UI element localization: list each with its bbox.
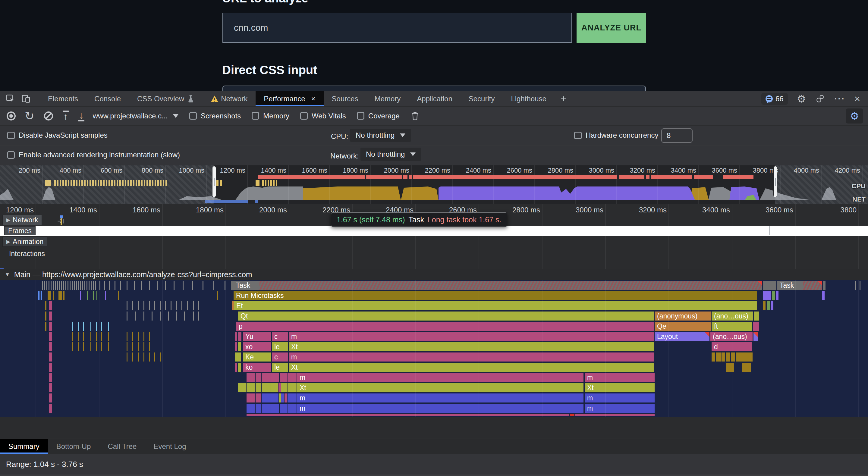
flame-segment[interactable] (278, 383, 281, 392)
bottom-tab-event-log[interactable]: Event Log (145, 439, 194, 454)
more-options-icon[interactable]: ··· (834, 94, 845, 104)
flame-segment-m[interactable]: m (289, 332, 654, 341)
flame-segment[interactable] (716, 352, 721, 361)
flame-segment[interactable] (261, 393, 271, 403)
flame-segment[interactable] (763, 281, 776, 290)
disable-js-samples-checkbox[interactable]: Disable JavaScript samples (7, 131, 107, 139)
bottom-tab-summary[interactable]: Summary (0, 439, 48, 454)
flame-segment-m[interactable]: m (289, 352, 654, 361)
flame-segment-xt[interactable]: Xt (297, 383, 584, 392)
flame-segment[interactable] (722, 352, 725, 361)
bottom-tab-call-tree[interactable]: Call Tree (99, 439, 145, 454)
flame-segment-c[interactable]: c (272, 332, 288, 341)
tab-elements[interactable]: Elements (40, 91, 86, 106)
flame-segment[interactable] (753, 322, 759, 331)
track-frames-row[interactable] (0, 226, 868, 236)
track-interactions[interactable]: Interactions (9, 250, 45, 258)
flame-segment[interactable] (238, 383, 246, 392)
flame-segment-p[interactable]: p (236, 322, 654, 331)
save-profile-icon[interactable]: ↓ (79, 110, 84, 121)
flame-segment-xo[interactable]: xo (243, 342, 271, 351)
flame-segment[interactable] (767, 301, 770, 310)
flame-segment-le[interactable]: le (272, 363, 288, 372)
flame-segment--ano-ous-[interactable]: (ano…ous) (710, 332, 752, 341)
flame-segment-xt[interactable]: Xt (289, 363, 654, 372)
flame-segment[interactable] (280, 373, 287, 382)
reload-and-record-button[interactable]: ↻ (25, 109, 34, 123)
flame-segment[interactable] (247, 373, 255, 382)
checkbox-coverage[interactable]: Coverage (357, 112, 400, 120)
main-thread-flamechart[interactable]: TaskTaskRun MicrotasksEtQt(anonymous)(an… (0, 280, 868, 417)
tab-sources[interactable]: Sources (324, 91, 367, 106)
flame-segment-et[interactable]: Et (234, 301, 757, 310)
flame-segment[interactable] (238, 332, 241, 341)
trash-icon[interactable] (410, 111, 420, 121)
flame-segment[interactable] (284, 393, 287, 403)
flame-segment[interactable] (772, 291, 775, 300)
flame-segment-le[interactable]: le (272, 342, 288, 351)
flame-segment[interactable] (754, 312, 759, 321)
flame-segment[interactable] (288, 373, 297, 382)
flame-segment[interactable] (575, 414, 655, 416)
flame-segment[interactable] (822, 291, 825, 300)
flame-segment[interactable] (271, 383, 278, 392)
checkbox-memory[interactable]: Memory (252, 112, 289, 120)
flame-segment-m[interactable]: m (585, 373, 655, 382)
flame-segment[interactable] (247, 404, 255, 413)
flame-segment[interactable] (753, 332, 758, 341)
flame-segment[interactable] (271, 393, 278, 403)
inspect-icon[interactable] (5, 94, 16, 104)
flame-segment[interactable] (247, 414, 569, 416)
add-tab-button[interactable]: + (555, 91, 572, 106)
flame-segment-xt[interactable]: Xt (289, 342, 654, 351)
flame-segment[interactable] (247, 383, 255, 392)
flame-segment-run-microtasks[interactable]: Run Microtasks (234, 291, 757, 300)
network-request-marker[interactable] (60, 215, 63, 218)
flame-segment[interactable] (261, 404, 271, 413)
flame-segment[interactable] (271, 373, 279, 382)
tab-network[interactable]: Network (203, 91, 255, 106)
load-profile-icon[interactable]: ↑ (63, 110, 69, 121)
flame-segment[interactable] (726, 363, 734, 372)
flame-segment-m[interactable]: m (297, 393, 584, 403)
flame-segment-xt[interactable]: Xt (585, 383, 655, 392)
tab-css-overview[interactable]: CSS Overview (129, 91, 203, 106)
flame-segment[interactable] (238, 363, 241, 372)
advanced-rendering-checkbox[interactable]: Enable advanced rendering instrumentatio… (7, 151, 180, 159)
flame-segment[interactable] (235, 332, 237, 341)
flame-segment[interactable] (235, 342, 237, 351)
flame-segment[interactable] (281, 393, 284, 403)
tab-console[interactable]: Console (86, 91, 129, 106)
flame-segment[interactable] (281, 383, 287, 392)
track-frames-label[interactable]: Frames (4, 226, 36, 235)
flame-segment[interactable] (823, 281, 826, 290)
flame-segment[interactable] (235, 352, 241, 361)
tab-security[interactable]: Security (461, 91, 503, 106)
flame-segment[interactable] (271, 404, 279, 413)
flame-segment-task[interactable]: Task (777, 281, 822, 290)
css-textarea[interactable] (222, 86, 646, 91)
main-thread-header[interactable]: ▼ Main — https://www.projectwallace.com/… (0, 269, 868, 280)
timeline-overview[interactable]: 200 ms400 ms600 ms800 ms1000 ms1200 ms14… (0, 165, 868, 204)
flame-segment[interactable] (763, 291, 771, 300)
flame-segment[interactable] (261, 383, 271, 392)
checkbox-screenshots[interactable]: Screenshots (189, 112, 241, 120)
selection-handle-right[interactable] (773, 166, 777, 197)
selection-handle-left[interactable] (212, 166, 216, 197)
flame-segment[interactable] (712, 352, 715, 361)
flame-segment[interactable] (261, 373, 271, 382)
hardware-concurrency-input[interactable] (661, 128, 692, 143)
flame-segment[interactable] (742, 363, 751, 372)
cpu-throttling-select[interactable]: No throttling (350, 129, 411, 142)
flame-segment[interactable] (776, 291, 778, 300)
flame-segment-task[interactable]: Task (234, 281, 762, 290)
flame-segment[interactable] (280, 404, 287, 413)
flame-segment-ko[interactable]: ko (243, 363, 271, 372)
flame-segment-qt[interactable]: Qt (238, 312, 654, 321)
flame-segment[interactable] (771, 301, 773, 310)
bottom-tab-bottom-up[interactable]: Bottom-Up (48, 439, 99, 454)
flame-segment-yu[interactable]: Yu (243, 332, 271, 341)
clear-button[interactable] (44, 112, 53, 121)
history-selector[interactable]: www.projectwallace.c... (93, 112, 179, 120)
tab-application[interactable]: Application (409, 91, 460, 106)
